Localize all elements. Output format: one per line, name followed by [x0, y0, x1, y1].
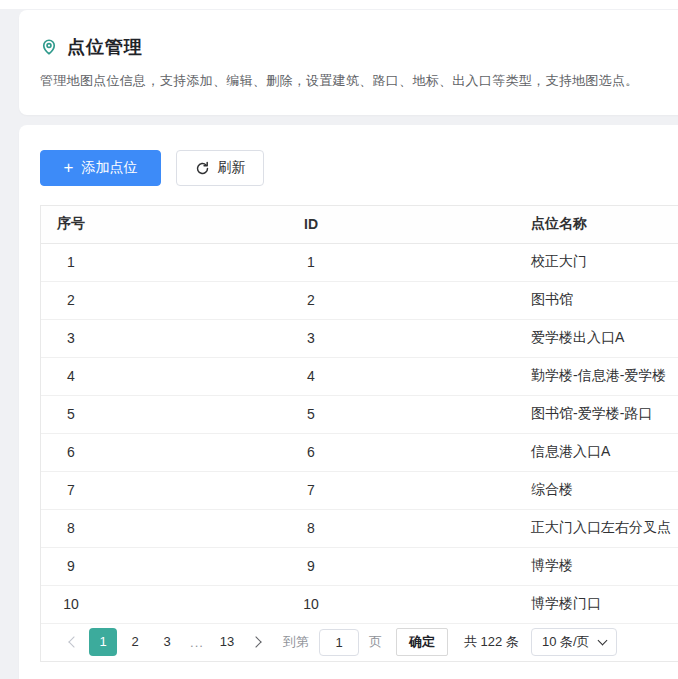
- cell-name: 图书馆: [521, 281, 678, 319]
- jump-prefix-label: 到第: [283, 633, 309, 651]
- cell-name: 信息港入口A: [521, 433, 678, 471]
- cell-index: 1: [41, 243, 101, 281]
- next-page-button[interactable]: [245, 628, 267, 656]
- page-number-1[interactable]: 1: [89, 628, 117, 656]
- cell-index: 8: [41, 509, 101, 547]
- cell-index: 5: [41, 395, 101, 433]
- cell-name: 正大门入口左右分叉点: [521, 509, 678, 547]
- cell-name: 图书馆-爱学楼-路口: [521, 395, 678, 433]
- cell-id: 10: [101, 585, 521, 623]
- cell-name: 勤学楼-信息港-爱学楼: [521, 357, 678, 395]
- chevron-down-icon: [597, 635, 607, 645]
- table-header-row: 序号 ID 点位名称: [41, 206, 678, 243]
- toolbar: + 添加点位 刷新: [40, 150, 678, 186]
- cell-index: 7: [41, 471, 101, 509]
- page-number-13[interactable]: 13: [213, 628, 241, 656]
- cell-id: 3: [101, 319, 521, 357]
- cell-id: 1: [101, 243, 521, 281]
- cell-name: 爱学楼出入口A: [521, 319, 678, 357]
- column-header-index: 序号: [41, 206, 101, 243]
- table-row: 6 6 信息港入口A: [41, 433, 678, 471]
- cell-id: 4: [101, 357, 521, 395]
- table-row: 2 2 图书馆: [41, 281, 678, 319]
- page-jump-input[interactable]: [319, 629, 359, 656]
- table-row: 8 8 正大门入口左右分叉点: [41, 509, 678, 547]
- table-row: 9 9 博学楼: [41, 547, 678, 585]
- table-row: 7 7 综合楼: [41, 471, 678, 509]
- table-row: 3 3 爱学楼出入口A: [41, 319, 678, 357]
- content-background: 点位管理 管理地图点位信息，支持添加、编辑、删除，设置建筑、路口、地标、出入口等…: [0, 9, 678, 679]
- cell-id: 6: [101, 433, 521, 471]
- cell-id: 5: [101, 395, 521, 433]
- total-count-label: 共 122 条: [464, 633, 519, 651]
- page-ellipsis: ...: [185, 635, 209, 650]
- page-number-2[interactable]: 2: [121, 628, 149, 656]
- prev-page-button[interactable]: [63, 628, 85, 656]
- add-point-label: 添加点位: [81, 159, 137, 177]
- refresh-button[interactable]: 刷新: [176, 150, 264, 186]
- cell-index: 4: [41, 357, 101, 395]
- cell-id: 9: [101, 547, 521, 585]
- table-row: 5 5 图书馆-爱学楼-路口: [41, 395, 678, 433]
- page-size-value: 10 条/页: [542, 633, 590, 651]
- top-bar: [0, 0, 678, 9]
- pagination: 1 2 3 ... 13 到第 页 确定 共 122 条 10 条/页: [41, 624, 678, 661]
- cell-index: 2: [41, 281, 101, 319]
- table-row: 1 1 校正大门: [41, 243, 678, 281]
- page-number-3[interactable]: 3: [153, 628, 181, 656]
- table-row: 10 10 博学楼门口: [41, 585, 678, 623]
- cell-name: 校正大门: [521, 243, 678, 281]
- refresh-label: 刷新: [218, 159, 246, 177]
- cell-id: 2: [101, 281, 521, 319]
- cell-id: 7: [101, 471, 521, 509]
- cell-index: 6: [41, 433, 101, 471]
- column-header-name: 点位名称: [521, 206, 678, 243]
- refresh-icon: [195, 161, 210, 176]
- points-table: 序号 ID 点位名称 1 1 校正大门 2 2: [40, 205, 678, 662]
- cell-name: 综合楼: [521, 471, 678, 509]
- cell-name: 博学楼门口: [521, 585, 678, 623]
- location-pin-icon: [40, 38, 58, 56]
- page: 点位管理 管理地图点位信息，支持添加、编辑、删除，设置建筑、路口、地标、出入口等…: [0, 0, 678, 679]
- chevron-left-icon: [68, 636, 79, 647]
- page-title-row: 点位管理: [40, 35, 678, 59]
- page-size-select[interactable]: 10 条/页: [531, 628, 617, 656]
- column-header-id: ID: [101, 206, 521, 243]
- page-description: 管理地图点位信息，支持添加、编辑、删除，设置建筑、路口、地标、出入口等类型，支持…: [40, 72, 678, 90]
- page-header-card: 点位管理 管理地图点位信息，支持添加、编辑、删除，设置建筑、路口、地标、出入口等…: [19, 10, 678, 115]
- table-row: 4 4 勤学楼-信息港-爱学楼: [41, 357, 678, 395]
- cell-index: 10: [41, 585, 101, 623]
- add-point-button[interactable]: + 添加点位: [40, 150, 161, 186]
- cell-id: 8: [101, 509, 521, 547]
- cell-index: 3: [41, 319, 101, 357]
- confirm-button[interactable]: 确定: [396, 628, 448, 656]
- jump-suffix-label: 页: [369, 633, 382, 651]
- cell-name: 博学楼: [521, 547, 678, 585]
- chevron-right-icon: [250, 636, 261, 647]
- plus-icon: +: [64, 159, 74, 176]
- content-card: + 添加点位 刷新: [19, 125, 678, 679]
- page-title: 点位管理: [67, 35, 143, 59]
- cell-index: 9: [41, 547, 101, 585]
